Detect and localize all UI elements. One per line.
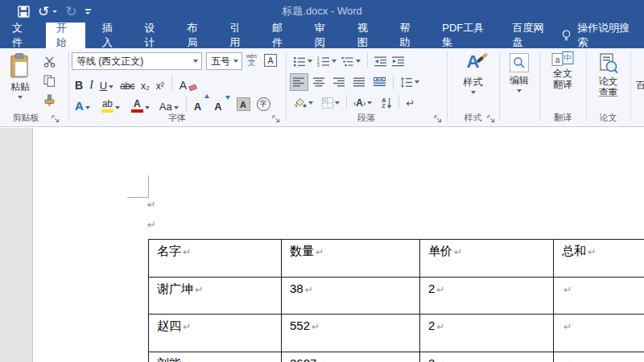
group-font: 等线 (西文正文) 五号 wén 文 A B I U abc x₂ x² bbox=[68, 48, 286, 127]
multilevel-list-button[interactable] bbox=[339, 53, 363, 69]
redo-button[interactable]: ↻ bbox=[65, 2, 76, 21]
table-cell[interactable]: 2↵ bbox=[420, 278, 554, 315]
tell-me-search[interactable]: 操作说明搜索 bbox=[561, 23, 644, 48]
font-color-button[interactable]: A bbox=[128, 95, 153, 113]
tab-review[interactable]: 审阅 bbox=[304, 23, 344, 48]
font-name-value: 等线 (西文正文) bbox=[76, 55, 143, 68]
superscript-button[interactable]: x² bbox=[153, 74, 167, 92]
table-cell[interactable]: 2↵ bbox=[420, 315, 554, 352]
clipboard-dialog-launcher[interactable] bbox=[52, 115, 60, 124]
table-cell[interactable]: ↵ bbox=[554, 315, 644, 352]
table-cell[interactable]: 2↵ bbox=[420, 352, 554, 362]
asian-layout-button[interactable]: ‹A› bbox=[351, 95, 374, 111]
tab-help[interactable]: 帮助 bbox=[389, 23, 428, 48]
cut-button[interactable] bbox=[40, 55, 58, 68]
customize-qat-button[interactable] bbox=[85, 2, 91, 21]
decrease-indent-button[interactable] bbox=[372, 53, 390, 69]
align-center-icon bbox=[313, 77, 325, 87]
group-clipboard: 粘贴 bbox=[0, 48, 68, 127]
table-cell[interactable]: 刘能↵ bbox=[149, 352, 282, 362]
tab-layout[interactable]: 布局 bbox=[176, 23, 216, 48]
cell-text: 38 bbox=[290, 282, 303, 295]
line-spacing-button[interactable] bbox=[398, 74, 422, 90]
undo-button[interactable]: ↻ bbox=[38, 2, 57, 21]
font-size-combo[interactable]: 五号 bbox=[206, 52, 242, 70]
tab-mailings[interactable]: 邮件 bbox=[262, 23, 301, 48]
table-cell[interactable]: 2607↵ bbox=[282, 352, 420, 362]
tab-pdf-tools[interactable]: PDF工具集 bbox=[431, 23, 498, 48]
show-hide-marks-button[interactable]: ↵ bbox=[403, 95, 417, 111]
increase-indent-icon bbox=[392, 56, 405, 67]
phonetic-guide-button[interactable]: wén 文 bbox=[246, 53, 257, 67]
table-cell[interactable]: 38↵ bbox=[282, 278, 420, 315]
justify-button[interactable] bbox=[351, 74, 368, 90]
styles-dialog-launcher[interactable] bbox=[487, 115, 496, 124]
italic-button[interactable]: I bbox=[86, 74, 97, 92]
increase-indent-button[interactable] bbox=[390, 53, 407, 69]
tab-home[interactable]: 开始 bbox=[46, 23, 85, 48]
text-effects-button[interactable]: A bbox=[72, 95, 93, 113]
customize-qat-icon bbox=[85, 9, 91, 10]
format-painter-button[interactable] bbox=[40, 93, 58, 107]
tab-file[interactable]: 文件 bbox=[2, 23, 41, 48]
distribute-button[interactable] bbox=[371, 74, 389, 90]
full-text-translate-button[interactable]: a中 全文翻译 bbox=[552, 53, 574, 91]
grow-font-button[interactable]: A bbox=[191, 95, 204, 113]
table-cell[interactable]: 552↵ bbox=[282, 315, 420, 352]
tab-design[interactable]: 设计 bbox=[134, 23, 173, 48]
find-icon bbox=[510, 53, 529, 72]
font-name-combo[interactable]: 等线 (西文正文) bbox=[72, 52, 202, 70]
align-center-button[interactable] bbox=[311, 74, 328, 90]
enclose-characters-button[interactable]: 字 bbox=[254, 95, 274, 113]
font-size-dropdown-icon[interactable] bbox=[233, 60, 238, 63]
align-right-button[interactable] bbox=[331, 74, 348, 90]
copy-button[interactable] bbox=[40, 74, 58, 88]
save-button[interactable] bbox=[18, 2, 30, 21]
numbering-button[interactable]: 1 2 3 bbox=[315, 53, 339, 69]
bullets-button[interactable] bbox=[291, 53, 315, 69]
align-right-icon bbox=[333, 77, 345, 87]
table-cell[interactable]: ↵ bbox=[554, 352, 644, 362]
underline-button[interactable]: U bbox=[97, 74, 117, 92]
underline-dropdown-icon[interactable] bbox=[109, 85, 114, 88]
cell-end-mark: ↵ bbox=[316, 246, 324, 257]
bold-button[interactable]: B bbox=[72, 74, 86, 92]
character-border-button[interactable]: A bbox=[264, 54, 277, 67]
tab-references[interactable]: 引用 bbox=[219, 23, 258, 48]
sort-button[interactable]: AZ bbox=[379, 95, 394, 111]
highlight-color-button[interactable]: ab bbox=[98, 95, 123, 113]
paper-check-button[interactable]: 论文查重 bbox=[599, 53, 618, 99]
undo-dropdown-icon[interactable] bbox=[52, 10, 57, 13]
tab-baidu-netdisk[interactable]: 百度网盘 bbox=[502, 23, 559, 48]
tab-view[interactable]: 视图 bbox=[347, 23, 386, 48]
font-name-dropdown-icon[interactable] bbox=[193, 60, 198, 63]
borders-button[interactable] bbox=[320, 95, 342, 111]
paste-button[interactable]: 粘贴 bbox=[6, 53, 34, 113]
subscript-button[interactable]: x₂ bbox=[138, 74, 153, 92]
paste-dropdown-icon[interactable] bbox=[18, 96, 23, 99]
paragraph-dialog-launcher[interactable] bbox=[434, 115, 443, 124]
table-cell[interactable]: 总和↵ bbox=[554, 240, 644, 278]
table-cell[interactable]: ↵ bbox=[554, 278, 644, 315]
group-styles: A 样式 样式 bbox=[447, 48, 499, 127]
table-cell[interactable]: 赵四↵ bbox=[149, 315, 282, 352]
word-window: ↻ ↻ 标题.docx - Word 文件开始插入设计布局引用邮件审阅视图帮助P… bbox=[0, 0, 644, 362]
table-cell[interactable]: 单价↵ bbox=[420, 240, 554, 278]
paper-check-icon bbox=[599, 53, 618, 74]
character-shading-button[interactable]: A bbox=[233, 95, 254, 113]
change-case-button[interactable]: Aa bbox=[156, 95, 182, 113]
align-left-button[interactable] bbox=[291, 74, 308, 90]
styles-button[interactable]: A 样式 bbox=[464, 53, 483, 94]
table-cell[interactable]: 名字↵ bbox=[149, 240, 282, 278]
font-dialog-launcher[interactable] bbox=[272, 115, 281, 124]
shading-button[interactable] bbox=[291, 95, 316, 111]
tab-insert[interactable]: 插入 bbox=[92, 23, 131, 48]
strikethrough-button[interactable]: abc bbox=[117, 74, 138, 92]
table-cell[interactable]: 数量↵ bbox=[282, 240, 420, 278]
borders-icon bbox=[322, 97, 333, 109]
editing-button[interactable]: 编辑 bbox=[510, 53, 529, 93]
document-page[interactable]: ↵↵ 名字↵数量↵单价↵总和↵谢广坤↵38↵2↵↵赵四↵552↵2↵↵刘能↵26… bbox=[32, 128, 644, 362]
clear-formatting-button[interactable]: A bbox=[176, 74, 190, 92]
shrink-font-button[interactable]: A bbox=[211, 95, 225, 113]
table-cell[interactable]: 谢广坤↵ bbox=[149, 278, 282, 315]
